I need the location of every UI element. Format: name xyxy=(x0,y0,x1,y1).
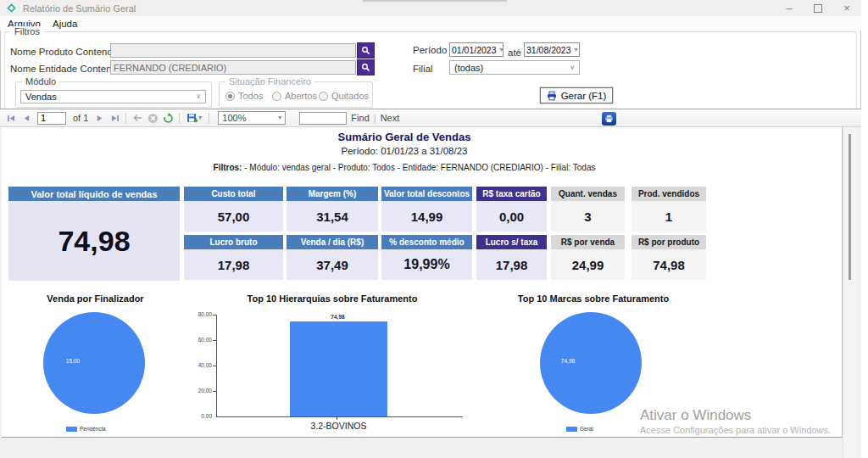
back-arrow-icon xyxy=(132,114,142,122)
kpi-card: Venda / dia (R$) 37,49 xyxy=(287,235,378,280)
kpi-header: Valor total descontos xyxy=(381,187,472,201)
toolbar-separator xyxy=(209,113,209,124)
kpi-value: 74,98 xyxy=(8,201,180,281)
module-legend: Módulo xyxy=(22,76,59,87)
generate-button-label: Gerar (F1) xyxy=(561,91,607,101)
bar-category-label: 3.2-BOVINOS xyxy=(281,421,396,431)
radio-abertos[interactable]: Abertos xyxy=(272,91,317,101)
kpi-header: R$ por produto xyxy=(632,235,706,249)
export-button[interactable]: ▾ xyxy=(184,111,204,125)
radio-icon xyxy=(272,92,281,101)
product-search-button[interactable] xyxy=(357,42,375,59)
kpi-header: Valor total líquido de vendas xyxy=(8,187,180,201)
first-page-button[interactable] xyxy=(4,111,18,125)
menubar: Arquivo Ajuda xyxy=(0,16,861,31)
pie1-title: Venda por Finalizador xyxy=(8,293,182,304)
entity-search-button[interactable] xyxy=(357,59,375,75)
kpi-header: Margem (%) xyxy=(287,187,378,201)
next-page-icon xyxy=(96,114,103,122)
entity-label: Nome Entidade Contendo xyxy=(10,64,122,74)
kpi-card: Quant. vendas 3 xyxy=(551,187,625,232)
kpi-card: Custo total 57,00 xyxy=(184,187,283,232)
until-label: até xyxy=(508,47,521,58)
pie1-legend: Pendência xyxy=(66,426,106,432)
entity-input[interactable] xyxy=(110,60,356,75)
kpi-header: R$ por venda xyxy=(551,235,625,249)
period-from-value: 01/01/2023 xyxy=(452,45,497,55)
kpi-card-main: Valor total líquido de vendas 74,98 xyxy=(8,187,180,281)
kpi-value: 14,99 xyxy=(381,201,472,232)
find-link[interactable]: Find xyxy=(351,113,369,123)
x-tick-mark xyxy=(337,416,337,420)
chevron-down-icon: ∨ xyxy=(570,64,575,71)
kpi-value: 19,99% xyxy=(381,249,472,280)
bar-chart-title: Top 10 Hierarquias sobre Faturamento xyxy=(192,293,472,304)
windows-activation-watermark: Ativar o Windows xyxy=(640,407,751,424)
last-page-button[interactable] xyxy=(108,111,121,125)
printer-icon xyxy=(547,91,557,101)
kpi-value: 24,99 xyxy=(551,249,625,280)
search-icon xyxy=(361,46,370,55)
filters-legend: Filtros xyxy=(11,26,43,36)
chevron-down-icon: ▾ xyxy=(278,114,281,121)
radio-todos-label: Todos xyxy=(238,91,263,101)
export-save-icon xyxy=(186,113,198,124)
zoom-select[interactable]: 100% ▾ xyxy=(218,111,286,125)
radio-quitados-label: Quitados xyxy=(331,91,369,101)
page-number-input[interactable] xyxy=(37,112,66,125)
next-link[interactable]: Next xyxy=(381,113,400,123)
chevron-down-icon: ▾ xyxy=(198,114,202,121)
generate-button[interactable]: Gerar (F1) xyxy=(540,87,613,103)
kpi-card: Lucro s/ taxa 17,98 xyxy=(476,235,547,280)
kpi-value: 17,98 xyxy=(184,249,283,280)
y-tick-label: 80,00 xyxy=(178,311,212,317)
close-button[interactable]: × xyxy=(832,0,861,16)
windows-activation-watermark-sub: Acesse Configurações para ativar o Windo… xyxy=(640,425,831,435)
find-input[interactable] xyxy=(299,112,347,125)
restore-icon xyxy=(814,4,822,13)
financial-status-legend: Situação Financeiro xyxy=(225,76,314,87)
stop-icon xyxy=(147,113,159,124)
bar-rect xyxy=(290,321,387,416)
chevron-down-icon: ▾ xyxy=(575,47,578,53)
y-tick-label: 20,00 xyxy=(178,388,212,394)
kpi-header: % desconto médio xyxy=(381,235,472,249)
vertical-scrollbar[interactable] xyxy=(843,127,856,458)
kpi-header: R$ taxa cartão xyxy=(476,187,547,201)
minimize-button[interactable]: – xyxy=(775,0,804,16)
kpi-card: Margem (%) 31,54 xyxy=(287,187,378,232)
refresh-button[interactable] xyxy=(161,111,175,125)
kpi-header: Venda / dia (R$) xyxy=(287,235,378,249)
search-icon xyxy=(361,63,370,72)
radio-quitados[interactable]: Quitados xyxy=(319,91,369,101)
back-button[interactable] xyxy=(131,111,144,125)
period-to-picker[interactable]: 31/08/2023 ▾ xyxy=(524,42,580,57)
product-input[interactable] xyxy=(110,43,356,58)
report-toolbar: of 1 ▾ 100% xyxy=(0,109,861,127)
kpi-card: R$ por venda 24,99 xyxy=(551,235,625,280)
kpi-value: 3 xyxy=(551,201,625,232)
chevron-down-icon: ∨ xyxy=(196,93,201,100)
pie1-legend-label: Pendência xyxy=(80,426,106,432)
page-count-label: of 1 xyxy=(73,113,88,123)
kpi-value: 37,49 xyxy=(287,249,378,280)
report-page: Sumário Geral de Vendas Período: 01/01/2… xyxy=(2,127,843,438)
radio-todos[interactable]: Todos xyxy=(225,91,263,101)
stop-button[interactable] xyxy=(146,111,159,125)
previous-page-button[interactable] xyxy=(19,111,33,125)
module-select[interactable]: Vendas ∨ xyxy=(20,90,206,103)
restore-button[interactable] xyxy=(804,0,832,16)
kpi-value: 57,00 xyxy=(184,201,283,232)
kpi-header: Lucro s/ taxa xyxy=(476,235,547,249)
kpi-value: 0,00 xyxy=(476,201,547,232)
app-diamond-icon xyxy=(6,3,17,14)
next-page-button[interactable] xyxy=(92,111,106,125)
app-window: Relatório de Sumário Geral – × Arquivo A… xyxy=(0,0,861,458)
scrollbar-thumb[interactable] xyxy=(849,134,851,280)
period-from-picker[interactable]: 01/01/2023 ▾ xyxy=(449,42,504,57)
menu-item-ajuda[interactable]: Ajuda xyxy=(53,19,77,29)
print-button[interactable] xyxy=(602,112,616,126)
kpi-value: 31,54 xyxy=(287,201,378,232)
y-tick-label: 60,00 xyxy=(178,337,212,343)
branch-select[interactable]: (todas) ∨ xyxy=(449,60,580,75)
